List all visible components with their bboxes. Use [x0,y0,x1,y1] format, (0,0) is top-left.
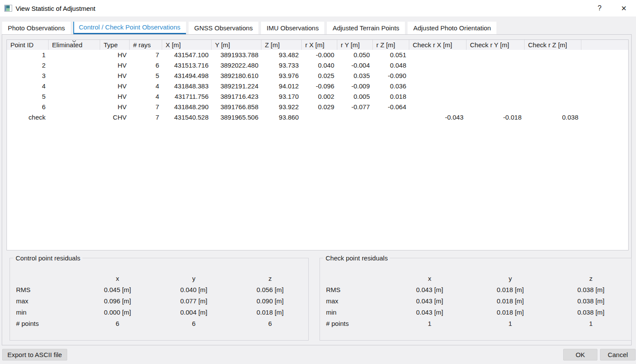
window-title: View Statistic of Adjustment [16,5,95,12]
table-cell [409,60,466,71]
tab-imu-observations[interactable]: IMU Observations [261,22,324,34]
column-header-point-id[interactable]: Point ID [7,40,49,50]
table-cell [302,112,337,123]
residual-row-label: # points [10,318,79,329]
table-row[interactable]: 1HV7431547.1003891933.78893.482-0.0000.0… [7,50,628,60]
table-cell [466,81,525,91]
residual-value: 0.018 [m] [470,307,551,318]
residual-row-label: min [10,307,79,318]
table-cell [525,60,581,71]
table-cell: 431540.528 [162,112,212,123]
table-cell: 93.170 [261,91,302,102]
column-header--rays[interactable]: # rays [130,40,162,50]
table-cell: 7 [130,50,162,60]
column-header-label: Type [104,41,118,49]
table-row[interactable]: 3HV5431494.4983892180.61093.9760.0250.03… [7,71,628,81]
residual-value: 0.004 [m] [156,307,232,318]
table-cell: -0.004 [337,60,373,71]
table-cell: 3891716.423 [212,91,261,102]
ok-button[interactable]: OK [563,349,597,361]
table-cell: 431494.498 [162,71,212,81]
table-row[interactable]: 5HV4431711.7563891716.42393.1700.0020.00… [7,91,628,102]
table-row[interactable]: 4HV4431848.3833892191.22494.012-0.096-0.… [7,81,628,91]
check-point-residuals-grid: xyzRMS0.043 [m]0.018 [m]0.038 [m]max0.04… [320,262,631,329]
table-cell: -0.018 [466,112,525,123]
table-cell: 0.029 [302,102,337,112]
table-cell: 6 [130,60,162,71]
table-row[interactable]: checkCHV7431540.5283891965.50693.860-0.0… [7,112,628,123]
control-point-residuals-title: Control point residuals [13,254,82,262]
table-cell [373,112,409,123]
table-cell: 3 [7,71,49,81]
residual-value: 0.077 [m] [156,296,232,307]
residual-value: 6 [79,318,156,329]
table-cell: 431848.383 [162,81,212,91]
residual-value: 0.043 [m] [389,284,470,296]
close-button[interactable]: ✕ [612,0,636,16]
tab-adjusted-terrain-points[interactable]: Adjusted Terrain Points [327,22,405,34]
table-cell: 93.976 [261,71,302,81]
column-header-eliminated[interactable]: Eliminated [49,40,100,50]
column-header-y-m-[interactable]: Y [m] [212,40,261,50]
table-cell: 7 [130,112,162,123]
table-cell [409,81,466,91]
residual-axis-header: x [79,273,156,284]
residual-row-label: RMS [10,284,79,296]
cancel-button[interactable]: Cancel [600,349,636,361]
table-cell [49,50,100,60]
residual-row-label: max [320,296,389,307]
table-cell: 4 [130,91,162,102]
column-header-filler[interactable] [581,40,628,50]
tab-adjusted-photo-orientation[interactable]: Adjusted Photo Orientation [408,22,496,34]
table-cell: 93.482 [261,50,302,60]
help-button[interactable]: ? [587,0,612,16]
observations-table: Point IDEliminatedType# raysX [m]Y [m]Z … [7,39,629,250]
control-point-residuals-grid: xyzRMS0.045 [m]0.040 [m]0.056 [m]max0.09… [10,262,308,329]
residual-corner [10,273,79,284]
column-header-label: r Z [m] [376,41,395,49]
table-cell: 0.025 [302,71,337,81]
control-point-residuals-group: Control point residuals xyzRMS0.045 [m]0… [10,254,309,341]
column-header-r-y-m-[interactable]: r Y [m] [337,40,373,50]
table-cell: 3892022.480 [212,60,261,71]
table-cell: 0.050 [337,50,373,60]
table-cell [337,112,373,123]
tab-control-check-point-observations[interactable]: Control / Check Point Observations [73,22,186,34]
table-cell: 0.018 [373,91,409,102]
tab-gnss-observations[interactable]: GNSS Observations [189,22,258,34]
table-cell [525,71,581,81]
table-row[interactable]: 2HV6431513.7163892022.48093.7330.040-0.0… [7,60,628,71]
table-cell: HV [100,102,130,112]
table-row[interactable]: 6HV7431848.2903891766.85893.9220.029-0.0… [7,102,628,112]
table-cell [409,102,466,112]
table-cell [525,81,581,91]
table-cell: 3892191.224 [212,81,261,91]
column-header-label: Point ID [10,41,33,49]
column-header-r-x-m-[interactable]: r X [m] [302,40,337,50]
table-cell [49,112,100,123]
table-cell: 0.002 [302,91,337,102]
title-bar: View Statistic of Adjustment ? ✕ [0,0,636,16]
column-header-z-m-[interactable]: Z [m] [261,40,302,50]
table-cell: 93.860 [261,112,302,123]
column-header-check-r-x-m-[interactable]: Check r X [m] [409,40,466,50]
residual-row-label: RMS [320,284,389,296]
tab-bar: Photo Observations Control / Check Point… [2,22,496,34]
export-to-ascii-button[interactable]: Export to ASCII file [2,349,67,361]
table-cell [49,60,100,71]
residual-value: 6 [232,318,308,329]
tab-photo-observations[interactable]: Photo Observations [2,22,71,34]
column-header-check-r-y-m-[interactable]: Check r Y [m] [466,40,525,50]
table-cell: 0.035 [337,71,373,81]
check-point-residuals-group: Check point residuals xyzRMS0.043 [m]0.0… [320,254,632,341]
column-header-check-r-z-m-[interactable]: Check r Z [m] [525,40,581,50]
table-cell: 5 [130,71,162,81]
column-header-r-z-m-[interactable]: r Z [m] [373,40,409,50]
residual-value: 1 [389,318,470,329]
table-cell: 4 [7,81,49,91]
column-header-x-m-[interactable]: X [m] [162,40,212,50]
table-cell: 3891933.788 [212,50,261,60]
residual-value: 1 [470,318,551,329]
table-cell [466,91,525,102]
column-header-type[interactable]: Type [100,40,130,50]
